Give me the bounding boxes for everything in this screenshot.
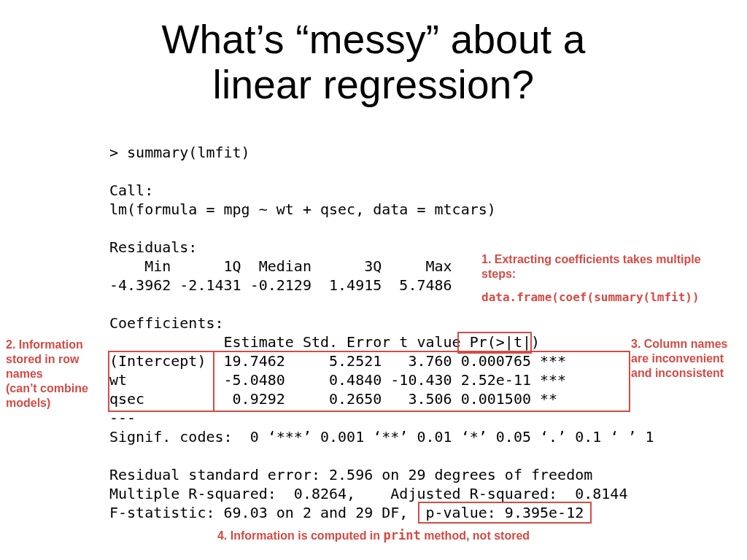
slide-title: What’s “messy” about a linear regression… [0, 18, 747, 107]
annotation-4-part1: 4. Information is computed in [217, 529, 384, 542]
slide: What’s “messy” about a linear regression… [0, 0, 747, 560]
annotation-1-text: 1. Extracting coefficients takes multipl… [481, 253, 701, 280]
annotation-4-code: print [384, 528, 421, 542]
annotation-4-part2: method, not stored [421, 529, 530, 542]
annotation-1-code: data.frame(coef(summary(lmfit)) [481, 290, 700, 304]
annotation-1: 1. Extracting coefficients takes multipl… [481, 252, 708, 281]
annotation-2: 2. Information stored in row names (can’… [6, 338, 107, 411]
title-line-1: What’s “messy” about a [161, 17, 585, 62]
annotation-4: 4. Information is computed in print meth… [0, 528, 747, 543]
title-line-2: linear regression? [213, 62, 535, 107]
annotation-3: 3. Column names are inconvenient and inc… [631, 337, 740, 381]
code-block: > summary(lmfit) Call: lm(formula = mpg … [109, 143, 654, 522]
